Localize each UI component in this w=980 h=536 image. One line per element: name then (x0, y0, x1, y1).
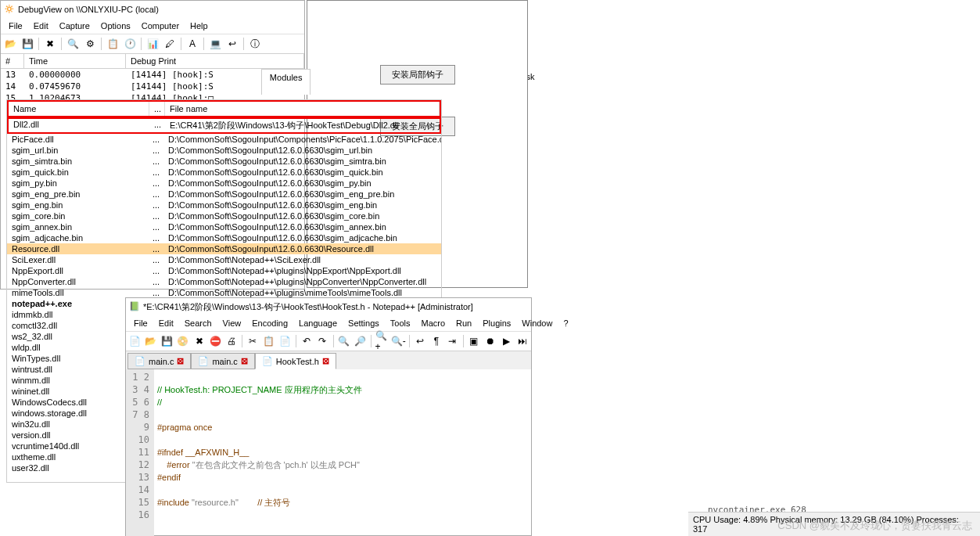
app-icon: 🔅 (4, 4, 15, 15)
module-row[interactable]: PicFace.dll...D:\CommonSoft\SogouInput\C… (7, 134, 441, 145)
menu-file[interactable]: File (4, 20, 27, 32)
find-icon[interactable]: 🔍 (337, 333, 352, 349)
highlight-icon[interactable]: 🖊 (162, 36, 178, 52)
code-content[interactable]: // HookTest.h: PROJECT_NAME 应用程序的主头文件 //… (154, 369, 531, 536)
close-tab-icon[interactable]: ⊠ (322, 356, 329, 366)
paste-icon[interactable]: 📄 (278, 333, 293, 349)
indent-icon[interactable]: ⇥ (445, 333, 460, 349)
module-row[interactable]: sgim_simtra.bin...D:\CommonSoft\SogouInp… (7, 156, 441, 167)
copy-icon[interactable]: 📋 (261, 333, 276, 349)
module-row[interactable]: Dll2.dll...E:\CR41\第2阶段\Windows\13-钩子\Ho… (7, 117, 441, 134)
module-row[interactable]: sgim_eng.bin...D:\CommonSoft\SogouInput\… (7, 200, 441, 210)
menu-options[interactable]: Options (96, 20, 135, 32)
menu-run[interactable]: Run (451, 317, 476, 329)
module-row[interactable]: sgim_core.bin...D:\CommonSoft\SogouInput… (7, 210, 441, 221)
module-row[interactable]: sgim_annex.bin...D:\CommonSoft\SogouInpu… (7, 221, 441, 232)
scroll-icon[interactable]: 📋 (105, 36, 120, 52)
saveall-icon[interactable]: 📀 (176, 333, 191, 349)
font-icon[interactable]: A (185, 36, 200, 52)
module-row[interactable]: sgim_eng_pre.bin...D:\CommonSoft\SogouIn… (7, 189, 441, 200)
zoomin-icon[interactable]: 🔍+ (375, 333, 389, 349)
menu-view[interactable]: View (218, 317, 246, 329)
zoomout-icon[interactable]: 🔍- (390, 333, 406, 349)
macro-icon[interactable]: ⏺ (483, 333, 497, 349)
file-icon: 📄 (135, 356, 145, 366)
wrap-icon[interactable]: ↩ (413, 333, 428, 349)
info-icon[interactable]: ⓘ (247, 36, 263, 52)
module-row[interactable]: sgim_py.bin...D:\CommonSoft\SogouInput\1… (7, 178, 441, 189)
menu-?[interactable]: ? (558, 317, 573, 329)
col-print[interactable]: Debug Print (126, 54, 304, 69)
npp-toolbar: 📄 📂 💾 📀 ✖ ⛔ 🖨 ✂ 📋 📄 ↶ ↷ 🔍 🔎 🔍+ 🔍- ↩ ¶ ⇥ … (126, 332, 531, 351)
print-icon[interactable]: 🖨 (224, 333, 239, 349)
module-row[interactable]: NppConverter.dll...D:\CommonSoft\Notepad… (7, 276, 441, 287)
menu-tools[interactable]: Tools (386, 317, 415, 329)
close-tab-icon[interactable]: ⊠ (177, 356, 184, 366)
open-icon[interactable]: 📂 (144, 333, 159, 349)
tab-modules[interactable]: Modules (261, 69, 311, 95)
install-local-hook-button[interactable]: 安装局部钩子 (380, 65, 455, 85)
menu-settings[interactable]: Settings (343, 317, 384, 329)
fold-icon[interactable]: ▣ (467, 333, 482, 349)
closeall-icon[interactable]: ⛔ (208, 333, 223, 349)
col-time[interactable]: Time (24, 54, 126, 69)
undo-icon[interactable]: ↶ (299, 333, 314, 349)
npp-titlebar[interactable]: 📗 *E:\CR41\第2阶段\Windows\13-钩子\HookTest\H… (126, 298, 531, 315)
close-icon[interactable]: ✖ (192, 333, 206, 349)
debugview-titlebar[interactable]: 🔅 DebugView on \\ONLYXIU-PC (local) (1, 1, 304, 18)
save-icon[interactable]: 💾 (160, 333, 174, 349)
line-gutter: 1 2 3 4 5 6 7 8 9 10 11 12 13 14 15 16 (126, 369, 154, 536)
module-row[interactable]: sgim_quick.bin...D:\CommonSoft\SogouInpu… (7, 167, 441, 178)
new-icon[interactable]: 📄 (127, 333, 142, 349)
file-icon: 📄 (198, 356, 209, 366)
module-row[interactable]: Resource.dll...D:\CommonSoft\SogouInput\… (7, 243, 441, 254)
log-row[interactable]: 140.07459670[14144] [hook]:S (1, 81, 304, 92)
module-row[interactable]: sgim_url.bin...D:\CommonSoft\SogouInput\… (7, 145, 441, 156)
menu-macro[interactable]: Macro (416, 317, 450, 329)
clear-icon[interactable]: ✖ (42, 36, 58, 52)
file-tab[interactable]: 📄main.c⊠ (191, 353, 254, 369)
wrap-icon[interactable]: ↩ (224, 36, 240, 52)
menu-search[interactable]: Search (180, 317, 217, 329)
menu-language[interactable]: Language (294, 317, 342, 329)
menu-file[interactable]: File (129, 317, 153, 329)
modules-header: Name ... File name (7, 100, 441, 117)
find-icon[interactable]: 🔍 (65, 36, 81, 52)
menu-edit[interactable]: Edit (154, 317, 178, 329)
file-tab[interactable]: 📄HookTest.h⊠ (255, 353, 336, 369)
menu-plugins[interactable]: Plugins (478, 317, 515, 329)
log-row[interactable]: 130.00000000[14144] [hook]:S (1, 69, 304, 81)
replace-icon[interactable]: 🔎 (353, 333, 368, 349)
play-icon[interactable]: ▶ (499, 333, 514, 349)
save-icon[interactable]: 💾 (20, 36, 35, 52)
menu-window[interactable]: Window (517, 317, 557, 329)
col-dots[interactable]: ... (149, 102, 165, 116)
menu-encoding[interactable]: Encoding (247, 317, 293, 329)
npp-file-tabs: 📄main.c⊠📄main.c⊠📄HookTest.h⊠ (126, 351, 531, 369)
remote-icon[interactable]: 💻 (207, 36, 223, 52)
col-num[interactable]: # (1, 54, 24, 69)
history-icon[interactable]: 🕐 (122, 36, 138, 52)
editor-area[interactable]: 1 2 3 4 5 6 7 8 9 10 11 12 13 14 15 16 /… (126, 369, 531, 536)
module-row[interactable]: SciLexer.dll...D:\CommonSoft\Notepad++\S… (7, 254, 441, 265)
watermark: CSDN @貌美不及玲珑心，贤妻扶我青云志 (777, 519, 972, 533)
menu-computer[interactable]: Computer (137, 20, 184, 32)
module-row[interactable]: mimeTools.dll...D:\CommonSoft\Notepad++\… (7, 287, 441, 298)
menu-capture[interactable]: Capture (55, 20, 95, 32)
window-title: *E:\CR41\第2阶段\Windows\13-钩子\HookTest\Hoo… (143, 301, 473, 313)
open-icon[interactable]: 📂 (2, 36, 18, 52)
allchars-icon[interactable]: ¶ (429, 333, 444, 349)
menu-edit[interactable]: Edit (29, 20, 53, 32)
module-row[interactable]: NppExport.dll...D:\CommonSoft\Notepad++\… (7, 265, 441, 276)
cut-icon[interactable]: ✂ (246, 333, 260, 349)
filter-icon[interactable]: 📊 (145, 36, 160, 52)
file-tab[interactable]: 📄main.c⊠ (127, 353, 191, 369)
redo-icon[interactable]: ↷ (315, 333, 330, 349)
playm-icon[interactable]: ⏭ (515, 333, 529, 349)
menu-help[interactable]: Help (185, 20, 213, 32)
col-filename[interactable]: File name (165, 102, 440, 116)
module-row[interactable]: sgim_adjcache.bin...D:\CommonSoft\SogouI… (7, 232, 441, 243)
capture-icon[interactable]: ⚙ (82, 36, 98, 52)
col-name[interactable]: Name (9, 102, 149, 116)
close-tab-icon[interactable]: ⊠ (241, 356, 248, 366)
